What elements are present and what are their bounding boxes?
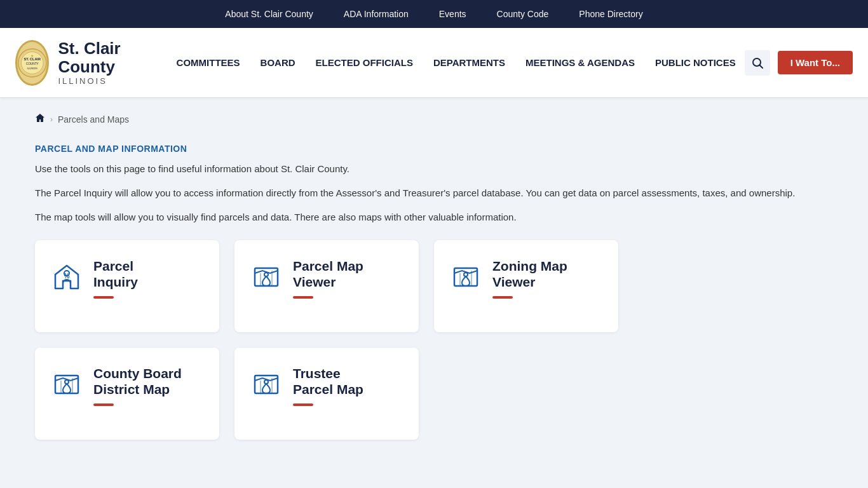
header-actions: I Want To... (745, 50, 853, 76)
main-nav: COMMITTEES BOARD ELECTED OFFICIALS DEPAR… (168, 52, 745, 73)
topbar-link-county-code[interactable]: County Code (497, 9, 549, 19)
card-inner: % Parcel Inquiry (50, 258, 204, 299)
svg-text:%: % (64, 273, 70, 280)
card-text-parcel-inquiry: Parcel Inquiry (93, 258, 138, 299)
breadcrumb: › Parcels and Maps (35, 113, 833, 126)
search-button[interactable] (745, 50, 770, 76)
page-description-3: The map tools will allow you to visually… (35, 210, 833, 225)
top-bar: About St. Clair County ADA Information E… (0, 0, 868, 28)
card-text-zoning-map-viewer: Zoning Map Viewer (492, 258, 567, 299)
svg-text:ST. CLAIR: ST. CLAIR (24, 57, 41, 61)
svg-line-7 (759, 65, 763, 68)
card-inner: Parcel Map Viewer (250, 258, 403, 299)
card-underline (492, 296, 513, 299)
card-title-parcel-inquiry: Parcel Inquiry (93, 258, 138, 290)
card-text-county-board-district-map: County Board District Map (93, 365, 182, 406)
nav-committees[interactable]: COMMITTEES (168, 52, 249, 73)
card-inner: Zoning Map Viewer (449, 258, 603, 299)
cards-row-1: % Parcel Inquiry (35, 240, 833, 332)
map-icon-1 (250, 261, 283, 294)
card-trustee-parcel-map[interactable]: Trustee Parcel Map (234, 348, 419, 440)
topbar-link-about[interactable]: About St. Clair County (225, 9, 313, 19)
card-zoning-map-viewer[interactable]: Zoning Map Viewer (434, 240, 618, 332)
logo-text: St. Clair County ILLINOIS (58, 39, 147, 85)
card-text-parcel-map-viewer: Parcel Map Viewer (293, 258, 363, 299)
map-icon-4 (250, 368, 283, 401)
svg-text:★: ★ (31, 53, 34, 57)
i-want-button[interactable]: I Want To... (778, 51, 853, 74)
card-title-county-board-district-map: County Board District Map (93, 365, 182, 397)
breadcrumb-separator: › (50, 115, 53, 124)
card-underline (293, 296, 313, 299)
nav-board[interactable]: BOARD (252, 52, 304, 73)
card-title-trustee-parcel-map: Trustee Parcel Map (293, 365, 363, 397)
header: ST. CLAIR COUNTY ILLINOIS ★ St. Clair Co… (0, 28, 868, 98)
logo-title: St. Clair County (58, 39, 147, 76)
logo-subtitle: ILLINOIS (58, 76, 147, 86)
cards-row-2: County Board District Map (35, 348, 833, 440)
card-parcel-map-viewer[interactable]: Parcel Map Viewer (234, 240, 419, 332)
card-parcel-inquiry[interactable]: % Parcel Inquiry (35, 240, 219, 332)
card-title-zoning-map-viewer: Zoning Map Viewer (492, 258, 567, 290)
card-underline (293, 403, 313, 406)
main-content: › Parcels and Maps PARCEL AND MAP INFORM… (15, 98, 853, 465)
topbar-link-ada[interactable]: ADA Information (344, 9, 409, 19)
search-icon (751, 57, 764, 69)
breadcrumb-home-icon[interactable] (35, 113, 45, 126)
card-underline (93, 403, 114, 406)
map-icon-3 (50, 368, 83, 401)
card-text-trustee-parcel-map: Trustee Parcel Map (293, 365, 363, 406)
map-icon-2 (449, 261, 482, 294)
logo-circle: ST. CLAIR COUNTY ILLINOIS ★ (15, 40, 49, 86)
card-underline (93, 296, 114, 299)
card-county-board-district-map[interactable]: County Board District Map (35, 348, 219, 440)
house-icon: % (50, 261, 83, 294)
topbar-link-phone-directory[interactable]: Phone Directory (579, 9, 642, 19)
page-description-1: Use the tools on this page to find usefu… (35, 161, 833, 177)
topbar-link-events[interactable]: Events (439, 9, 466, 19)
breadcrumb-current: Parcels and Maps (58, 114, 129, 125)
page-section-title: PARCEL AND MAP INFORMATION (35, 144, 833, 154)
nav-elected-officials[interactable]: ELECTED OFFICIALS (307, 52, 422, 73)
nav-departments[interactable]: DEPARTMENTS (424, 52, 514, 73)
card-inner: County Board District Map (50, 365, 204, 406)
svg-text:ILLINOIS: ILLINOIS (27, 67, 38, 70)
nav-public-notices[interactable]: PUBLIC NOTICES (646, 52, 745, 73)
card-title-parcel-map-viewer: Parcel Map Viewer (293, 258, 363, 290)
svg-text:COUNTY: COUNTY (26, 62, 39, 65)
page-description-2: The Parcel Inquiry will allow you to acc… (35, 186, 833, 201)
logo-link[interactable]: ST. CLAIR COUNTY ILLINOIS ★ St. Clair Co… (15, 39, 147, 85)
nav-meetings-agendas[interactable]: MEETINGS & AGENDAS (517, 52, 644, 73)
card-inner: Trustee Parcel Map (250, 365, 403, 406)
